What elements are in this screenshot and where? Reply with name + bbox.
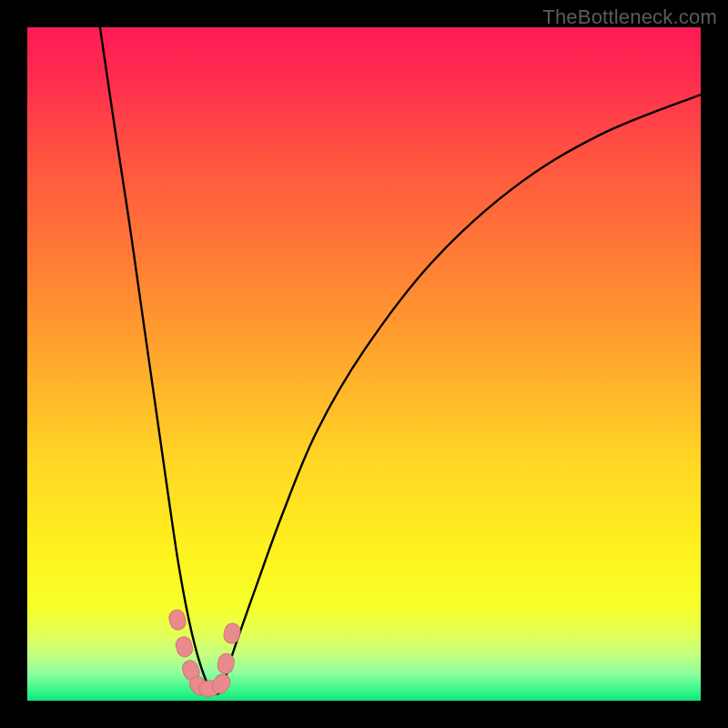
chart-svg xyxy=(27,27,701,701)
gradient-background xyxy=(27,27,701,701)
watermark-text: TheBottleneck.com xyxy=(542,5,717,29)
plot-area xyxy=(27,27,701,701)
chart-frame: TheBottleneck.com xyxy=(0,0,728,728)
